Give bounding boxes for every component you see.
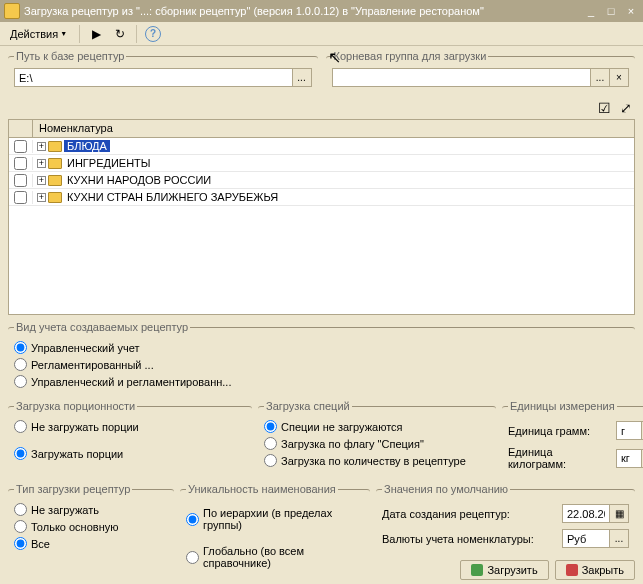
row-checkbox[interactable] [14, 157, 27, 170]
expand-icon[interactable]: + [37, 193, 46, 202]
radio-label: Не загружать [31, 504, 99, 516]
path-browse-button[interactable]: ... [293, 68, 312, 87]
chevron-down-icon: ▼ [60, 30, 67, 37]
expand-icon[interactable]: + [37, 142, 46, 151]
nomenclature-tree[interactable]: Номенклатура + БЛЮДА + ИНГРЕДИЕНТЫ + КУ [8, 119, 635, 315]
radio-label: Все [31, 538, 50, 550]
uniq-radio-global[interactable] [186, 551, 199, 564]
type-radio-none[interactable] [14, 503, 27, 516]
actions-label: Действия [10, 28, 58, 40]
units-legend: Единицы измерения [508, 400, 617, 412]
app-icon [4, 3, 20, 19]
tree-row[interactable]: + КУХНИ СТРАН БЛИЖНЕГО ЗАРУБЕЖЬЯ [9, 189, 634, 206]
portion-legend: Загрузка порционности [14, 400, 137, 412]
minimize-button[interactable]: _ [583, 4, 599, 18]
close-button[interactable]: × [623, 4, 639, 18]
load-icon[interactable]: ▶ [86, 24, 106, 44]
row-checkbox[interactable] [14, 191, 27, 204]
refresh-icon[interactable]: ↻ [110, 24, 130, 44]
kg-input[interactable] [616, 449, 642, 468]
load-button[interactable]: Загрузить [460, 560, 548, 580]
type-radio-main[interactable] [14, 520, 27, 533]
currency-label: Валюты учета номенклатуры: [382, 533, 558, 545]
date-input[interactable] [562, 504, 610, 523]
tree-row[interactable]: + КУХНИ НАРОДОВ РОССИИ [9, 172, 634, 189]
rootgroup-clear-button[interactable]: × [610, 68, 629, 87]
gram-input[interactable] [616, 421, 642, 440]
accounting-fieldset: Вид учета создаваемых рецептур Управленч… [8, 321, 635, 396]
accounting-radio-reg[interactable] [14, 358, 27, 371]
uniq-radio-hier[interactable] [186, 513, 199, 526]
folder-icon [48, 175, 62, 186]
tree-label[interactable]: ИНГРЕДИЕНТЫ [64, 157, 154, 169]
uniqueness-legend: Уникальность наименования [186, 483, 338, 495]
actions-menu[interactable]: Действия ▼ [4, 26, 73, 42]
radio-label: Специи не загружаются [281, 421, 403, 433]
radio-label: Загружать порции [31, 448, 123, 460]
path-input[interactable] [14, 68, 293, 87]
currency-browse-button[interactable]: ... [610, 529, 629, 548]
expand-icon[interactable]: + [37, 176, 46, 185]
separator [79, 25, 80, 43]
load-type-fieldset: Тип загрузки рецептур Не загружать Тольк… [8, 483, 174, 577]
portion-radio-no[interactable] [14, 420, 27, 433]
header-label[interactable]: Номенклатура [33, 120, 634, 137]
header-checkbox-col [9, 120, 33, 137]
rootgroup-fieldset: Корневая группа для загрузки ... × [326, 50, 636, 93]
separator [136, 25, 137, 43]
portion-fieldset: Загрузка порционности Не загружать порци… [8, 400, 252, 479]
row-checkbox[interactable] [14, 174, 27, 187]
tree-label[interactable]: КУХНИ НАРОДОВ РОССИИ [64, 174, 214, 186]
rootgroup-browse-button[interactable]: ... [591, 68, 610, 87]
rootgroup-legend: Корневая группа для загрузки [332, 50, 489, 62]
tree-label[interactable]: БЛЮДА [64, 140, 110, 152]
accounting-radio-both[interactable] [14, 375, 27, 388]
spices-radio-qty[interactable] [264, 454, 277, 467]
close-icon [566, 564, 578, 576]
footer: Загрузить Закрыть [460, 560, 635, 580]
load-label: Загрузить [487, 564, 537, 576]
window-title: Загрузка рецептур из "...: сборник рецеп… [24, 5, 583, 17]
radio-label: По иерархии (в пределах группы) [203, 507, 364, 531]
radio-label: Загрузка по флагу "Специя" [281, 438, 424, 450]
row-checkbox[interactable] [14, 140, 27, 153]
tree-row[interactable]: + БЛЮДА [9, 138, 634, 155]
help-icon: ? [145, 26, 161, 42]
portion-radio-yes[interactable] [14, 447, 27, 460]
tree-header: Номенклатура [9, 120, 634, 138]
folder-icon [48, 158, 62, 169]
accounting-legend: Вид учета создаваемых рецептур [14, 321, 190, 333]
type-radio-all[interactable] [14, 537, 27, 550]
restore-button[interactable]: □ [603, 4, 619, 18]
spices-fieldset: Загрузка специй Специи не загружаются За… [258, 400, 496, 479]
expand-all-icon[interactable]: ⤢ [617, 99, 635, 117]
tree-label[interactable]: КУХНИ СТРАН БЛИЖНЕГО ЗАРУБЕЖЬЯ [64, 191, 281, 203]
date-picker-button[interactable]: ▦ [610, 504, 629, 523]
folder-icon [48, 141, 62, 152]
tree-row[interactable]: + ИНГРЕДИЕНТЫ [9, 155, 634, 172]
toolbar: Действия ▼ ▶ ↻ ? [0, 22, 643, 46]
check-all-icon[interactable]: ☑ [595, 99, 613, 117]
load-icon [471, 564, 483, 576]
radio-label: Не загружать порции [31, 421, 139, 433]
spices-radio-flag[interactable] [264, 437, 277, 450]
accounting-radio-mgmt[interactable] [14, 341, 27, 354]
radio-label: Управленческий учет [31, 342, 139, 354]
rootgroup-input[interactable] [332, 68, 592, 87]
kg-label: Единица килограмм: [508, 446, 612, 470]
gram-label: Единица грамм: [508, 425, 612, 437]
path-fieldset: Путь к базе рецептур ... [8, 50, 318, 93]
radio-label: Управленческий и регламентированн... [31, 376, 231, 388]
spices-legend: Загрузка специй [264, 400, 352, 412]
expand-icon[interactable]: + [37, 159, 46, 168]
radio-label: Глобально (во всем справочнике) [203, 545, 364, 569]
close-button[interactable]: Закрыть [555, 560, 635, 580]
radio-label: Регламентированный ... [31, 359, 154, 371]
currency-input[interactable] [562, 529, 610, 548]
folder-icon [48, 192, 62, 203]
spices-radio-no[interactable] [264, 420, 277, 433]
radio-label: Загрузка по количеству в рецептуре [281, 455, 466, 467]
units-fieldset: Единицы измерения Единица грамм: ... Еди… [502, 400, 643, 479]
defaults-legend: Значения по умолчанию [382, 483, 510, 495]
help-button[interactable]: ? [143, 24, 163, 44]
